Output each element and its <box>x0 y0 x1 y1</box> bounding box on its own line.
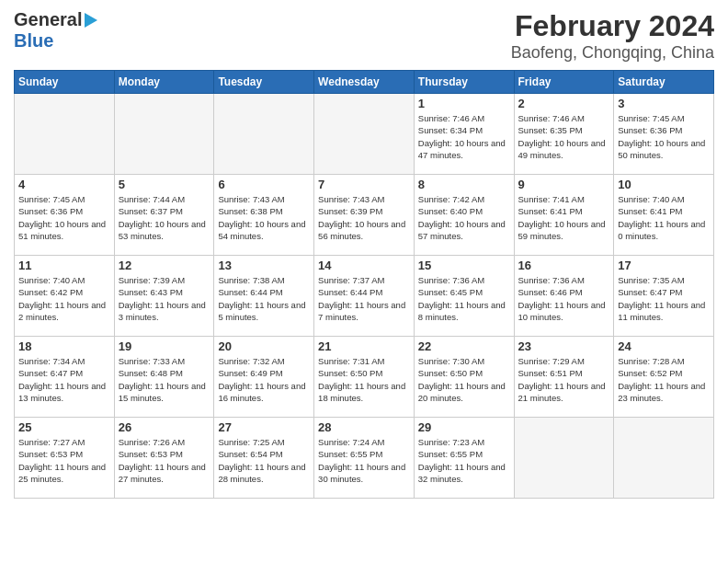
title-section: February 2024 Baofeng, Chongqing, China <box>511 9 714 63</box>
day-number: 16 <box>518 259 610 272</box>
day-header-thursday: Thursday <box>414 71 514 94</box>
day-number: 22 <box>418 339 510 353</box>
week-row-4: 18Sunrise: 7:34 AMSunset: 6:47 PMDayligh… <box>15 337 714 418</box>
calendar-cell: 13Sunrise: 7:38 AMSunset: 6:44 PMDayligh… <box>214 256 314 337</box>
calendar-cell <box>514 418 614 499</box>
day-info: Sunrise: 7:43 AMSunset: 6:39 PMDaylight:… <box>318 193 410 242</box>
calendar-cell: 27Sunrise: 7:25 AMSunset: 6:54 PMDayligh… <box>214 418 314 499</box>
calendar-cell: 29Sunrise: 7:23 AMSunset: 6:55 PMDayligh… <box>414 418 514 499</box>
day-number: 2 <box>518 97 610 110</box>
day-info: Sunrise: 7:26 AMSunset: 6:53 PMDaylight:… <box>119 436 210 485</box>
calendar: SundayMondayTuesdayWednesdayThursdayFrid… <box>14 70 714 499</box>
day-number: 18 <box>18 339 110 353</box>
calendar-cell: 2Sunrise: 7:46 AMSunset: 6:35 PMDaylight… <box>514 94 614 175</box>
header: General Blue February 2024 Baofeng, Chon… <box>14 9 714 63</box>
day-number: 15 <box>418 259 510 272</box>
day-info: Sunrise: 7:29 AMSunset: 6:51 PMDaylight:… <box>518 355 610 404</box>
day-info: Sunrise: 7:34 AMSunset: 6:47 PMDaylight:… <box>18 355 110 404</box>
logo-blue-text: Blue <box>14 30 53 52</box>
calendar-cell: 5Sunrise: 7:44 AMSunset: 6:37 PMDaylight… <box>114 175 214 256</box>
day-info: Sunrise: 7:35 AMSunset: 6:47 PMDaylight:… <box>618 274 710 323</box>
day-info: Sunrise: 7:37 AMSunset: 6:44 PMDaylight:… <box>318 274 410 323</box>
day-info: Sunrise: 7:30 AMSunset: 6:50 PMDaylight:… <box>418 355 510 404</box>
day-info: Sunrise: 7:40 AMSunset: 6:41 PMDaylight:… <box>618 193 710 242</box>
day-info: Sunrise: 7:36 AMSunset: 6:46 PMDaylight:… <box>518 274 610 323</box>
day-info: Sunrise: 7:38 AMSunset: 6:44 PMDaylight:… <box>218 274 310 323</box>
calendar-cell: 22Sunrise: 7:30 AMSunset: 6:50 PMDayligh… <box>414 337 514 418</box>
calendar-cell <box>114 94 214 175</box>
day-info: Sunrise: 7:40 AMSunset: 6:42 PMDaylight:… <box>18 274 110 323</box>
calendar-cell: 15Sunrise: 7:36 AMSunset: 6:45 PMDayligh… <box>414 256 514 337</box>
day-number: 9 <box>518 178 610 191</box>
day-header-tuesday: Tuesday <box>214 71 314 94</box>
day-info: Sunrise: 7:25 AMSunset: 6:54 PMDaylight:… <box>218 436 310 485</box>
day-header-monday: Monday <box>114 71 214 94</box>
day-header-wednesday: Wednesday <box>314 71 415 94</box>
day-number: 13 <box>218 259 310 272</box>
day-number: 14 <box>318 259 410 272</box>
day-info: Sunrise: 7:45 AMSunset: 6:36 PMDaylight:… <box>18 193 110 242</box>
day-info: Sunrise: 7:45 AMSunset: 6:36 PMDaylight:… <box>618 112 710 161</box>
day-number: 24 <box>618 339 710 353</box>
day-number: 11 <box>18 259 110 272</box>
calendar-cell: 18Sunrise: 7:34 AMSunset: 6:47 PMDayligh… <box>15 337 115 418</box>
day-number: 12 <box>119 259 210 272</box>
day-number: 4 <box>18 178 110 191</box>
calendar-cell <box>314 94 415 175</box>
day-number: 28 <box>318 420 410 434</box>
day-number: 21 <box>318 339 410 353</box>
subtitle: Baofeng, Chongqing, China <box>511 43 714 63</box>
calendar-cell: 24Sunrise: 7:28 AMSunset: 6:52 PMDayligh… <box>614 337 714 418</box>
page: General Blue February 2024 Baofeng, Chon… <box>0 0 728 563</box>
day-info: Sunrise: 7:32 AMSunset: 6:49 PMDaylight:… <box>218 355 310 404</box>
day-number: 26 <box>119 420 210 434</box>
calendar-cell <box>214 94 314 175</box>
calendar-cell: 7Sunrise: 7:43 AMSunset: 6:39 PMDaylight… <box>314 175 415 256</box>
calendar-cell: 28Sunrise: 7:24 AMSunset: 6:55 PMDayligh… <box>314 418 415 499</box>
day-number: 17 <box>618 259 710 272</box>
calendar-cell: 14Sunrise: 7:37 AMSunset: 6:44 PMDayligh… <box>314 256 415 337</box>
calendar-cell: 12Sunrise: 7:39 AMSunset: 6:43 PMDayligh… <box>114 256 214 337</box>
day-info: Sunrise: 7:36 AMSunset: 6:45 PMDaylight:… <box>418 274 510 323</box>
day-number: 19 <box>119 339 210 353</box>
day-info: Sunrise: 7:44 AMSunset: 6:37 PMDaylight:… <box>119 193 210 242</box>
calendar-cell: 20Sunrise: 7:32 AMSunset: 6:49 PMDayligh… <box>214 337 314 418</box>
day-number: 1 <box>418 97 510 110</box>
day-info: Sunrise: 7:24 AMSunset: 6:55 PMDaylight:… <box>318 436 410 485</box>
calendar-cell: 23Sunrise: 7:29 AMSunset: 6:51 PMDayligh… <box>514 337 614 418</box>
calendar-cell: 19Sunrise: 7:33 AMSunset: 6:48 PMDayligh… <box>114 337 214 418</box>
week-row-5: 25Sunrise: 7:27 AMSunset: 6:53 PMDayligh… <box>15 418 714 499</box>
calendar-cell: 17Sunrise: 7:35 AMSunset: 6:47 PMDayligh… <box>614 256 714 337</box>
day-number: 8 <box>418 178 510 191</box>
day-info: Sunrise: 7:46 AMSunset: 6:35 PMDaylight:… <box>518 112 610 161</box>
day-info: Sunrise: 7:23 AMSunset: 6:55 PMDaylight:… <box>418 436 510 485</box>
calendar-cell: 26Sunrise: 7:26 AMSunset: 6:53 PMDayligh… <box>114 418 214 499</box>
week-row-1: 1Sunrise: 7:46 AMSunset: 6:34 PMDaylight… <box>15 94 714 175</box>
calendar-cell: 10Sunrise: 7:40 AMSunset: 6:41 PMDayligh… <box>614 175 714 256</box>
day-info: Sunrise: 7:31 AMSunset: 6:50 PMDaylight:… <box>318 355 410 404</box>
calendar-cell: 9Sunrise: 7:41 AMSunset: 6:41 PMDaylight… <box>514 175 614 256</box>
day-number: 3 <box>618 97 710 110</box>
day-number: 25 <box>18 420 110 434</box>
day-info: Sunrise: 7:28 AMSunset: 6:52 PMDaylight:… <box>618 355 710 404</box>
day-number: 10 <box>618 178 710 191</box>
calendar-cell: 8Sunrise: 7:42 AMSunset: 6:40 PMDaylight… <box>414 175 514 256</box>
day-number: 23 <box>518 339 610 353</box>
calendar-cell: 6Sunrise: 7:43 AMSunset: 6:38 PMDaylight… <box>214 175 314 256</box>
day-header-sunday: Sunday <box>15 71 115 94</box>
day-info: Sunrise: 7:46 AMSunset: 6:34 PMDaylight:… <box>418 112 510 161</box>
logo: General Blue <box>14 9 97 52</box>
calendar-cell: 21Sunrise: 7:31 AMSunset: 6:50 PMDayligh… <box>314 337 415 418</box>
day-header-saturday: Saturday <box>614 71 714 94</box>
week-row-2: 4Sunrise: 7:45 AMSunset: 6:36 PMDaylight… <box>15 175 714 256</box>
day-number: 20 <box>218 339 310 353</box>
day-info: Sunrise: 7:43 AMSunset: 6:38 PMDaylight:… <box>218 193 310 242</box>
day-header-friday: Friday <box>514 71 614 94</box>
main-title: February 2024 <box>511 9 714 43</box>
day-number: 6 <box>218 178 310 191</box>
week-row-3: 11Sunrise: 7:40 AMSunset: 6:42 PMDayligh… <box>15 256 714 337</box>
day-number: 5 <box>119 178 210 191</box>
day-info: Sunrise: 7:41 AMSunset: 6:41 PMDaylight:… <box>518 193 610 242</box>
calendar-cell: 3Sunrise: 7:45 AMSunset: 6:36 PMDaylight… <box>614 94 714 175</box>
logo-arrow-icon <box>85 13 97 28</box>
